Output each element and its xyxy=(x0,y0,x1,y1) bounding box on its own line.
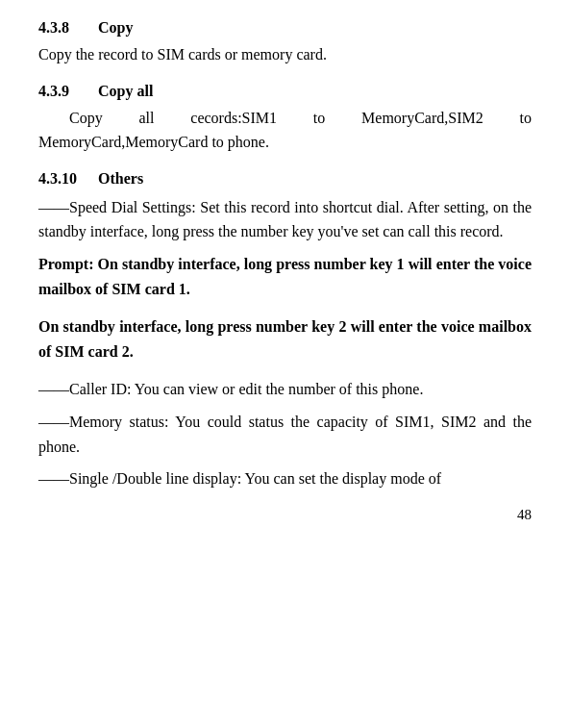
section-4310-number: 4.3.10 xyxy=(38,170,87,188)
section-4310-label: Others xyxy=(98,170,143,188)
speed-dial-text: ——Speed Dial Settings: Set this record i… xyxy=(38,195,532,244)
single-double-text: ——Single /Double line display: You can s… xyxy=(38,466,532,491)
copy-all-paragraph: Copy all cecords:SIM1 to MemoryCard,SIM2… xyxy=(38,106,532,155)
section-438: 4.3.8 Copy Copy the record to SIM cards … xyxy=(38,19,532,67)
section-439-number: 4.3.9 xyxy=(38,83,87,100)
copy-paragraph: Copy the record to SIM cards or memory c… xyxy=(38,42,532,67)
page-number: 48 xyxy=(38,507,532,523)
section-439-label: Copy all xyxy=(98,83,153,100)
section-439-heading: 4.3.9 Copy all xyxy=(38,83,532,100)
section-4310: 4.3.10 Others ——Speed Dial Settings: Set… xyxy=(38,170,532,491)
prompt-line2: On standby interface, long press number … xyxy=(38,314,532,364)
section-438-number: 4.3.8 xyxy=(38,19,87,37)
prompt-line1: Prompt: On standby interface, long press… xyxy=(38,252,532,301)
section-438-heading: 4.3.8 Copy xyxy=(38,19,532,37)
section-4310-heading: 4.3.10 Others xyxy=(38,170,532,188)
section-439: 4.3.9 Copy all Copy all cecords:SIM1 to … xyxy=(38,83,532,155)
memory-status-text: ——Memory status: You could status the ca… xyxy=(38,410,532,459)
section-438-label: Copy xyxy=(98,19,133,37)
caller-id-text: ——Caller ID: You can view or edit the nu… xyxy=(38,377,532,402)
